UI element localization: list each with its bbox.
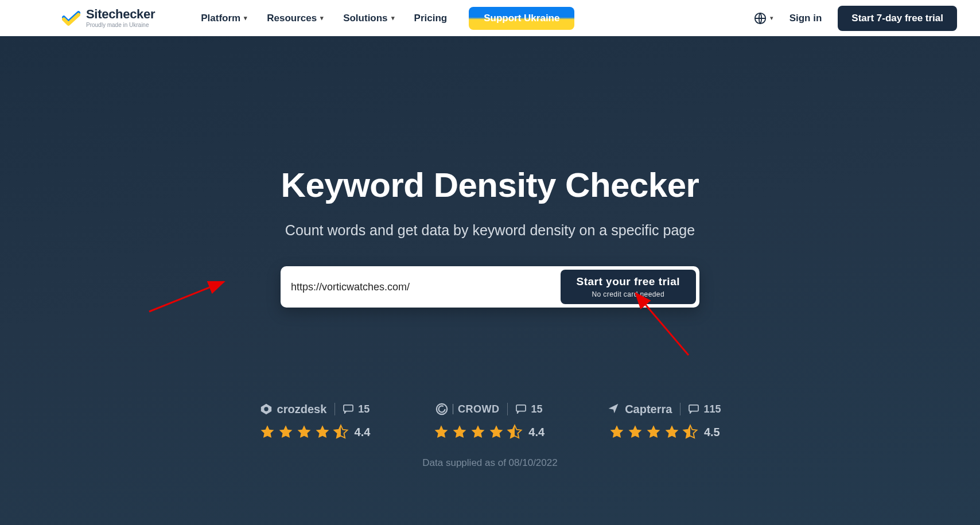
- url-input-bar: Start your free trial No credit card nee…: [281, 266, 699, 308]
- review-count: 115: [689, 403, 721, 415]
- brand-label: CROWD: [458, 403, 500, 415]
- reviews-icon: [689, 405, 699, 414]
- review-count-number: 115: [703, 403, 721, 415]
- nav-label: Solutions: [343, 13, 387, 24]
- star-icon: [609, 424, 625, 440]
- star-half-icon: [682, 424, 698, 440]
- nav-label: Pricing: [414, 13, 448, 24]
- page-title: Keyword Density Checker: [281, 165, 699, 205]
- logo-check-icon: [62, 11, 80, 26]
- svg-rect-12: [689, 405, 698, 411]
- star-half-icon: [333, 424, 349, 440]
- svg-point-6: [264, 407, 268, 411]
- brand-g2-crowd: CROWD: [435, 403, 500, 415]
- language-switcher[interactable]: ▾: [754, 12, 773, 25]
- star-icon: [314, 424, 330, 440]
- rating-g2-crowd: CROWD 15 4.4: [433, 402, 545, 440]
- g2-icon: [435, 403, 448, 415]
- review-count: 15: [343, 403, 370, 415]
- star-icon: [627, 424, 643, 440]
- data-supplied-note: Data supplied as of 08/10/2022: [422, 457, 557, 469]
- cta-subtitle: No credit card needed: [577, 290, 680, 298]
- star-icon: [452, 424, 468, 440]
- page-subtitle: Count words and get data by keyword dens…: [285, 222, 695, 239]
- start-free-trial-cta[interactable]: Start your free trial No credit card nee…: [561, 270, 697, 304]
- logo-text-block: Sitechecker Proudly made in Ukraine: [86, 8, 155, 28]
- star-half-icon: [507, 424, 523, 440]
- reviews-icon: [516, 405, 526, 414]
- chevron-down-icon: ▾: [244, 14, 247, 22]
- logo[interactable]: Sitechecker Proudly made in Ukraine: [62, 8, 155, 28]
- rating-score: 4.5: [704, 426, 720, 439]
- star-icon: [278, 424, 294, 440]
- start-trial-button[interactable]: Start 7-day free trial: [838, 6, 957, 31]
- support-ukraine-button[interactable]: Support Ukraine: [469, 7, 574, 30]
- star-icon: [645, 424, 662, 440]
- svg-line-2: [149, 282, 224, 312]
- cta-title: Start your free trial: [577, 275, 680, 288]
- star-icon: [664, 424, 680, 440]
- nav-item-platform[interactable]: Platform ▾: [201, 13, 247, 24]
- brand-label: Capterra: [625, 403, 672, 416]
- logo-subtitle: Proudly made in Ukraine: [86, 22, 155, 28]
- brand-capterra: Capterra: [608, 403, 672, 416]
- stars: [259, 424, 349, 440]
- stars: [609, 424, 698, 440]
- logo-title: Sitechecker: [86, 8, 155, 21]
- nav-label: Platform: [201, 13, 240, 24]
- top-header: Sitechecker Proudly made in Ukraine Plat…: [0, 0, 980, 36]
- hero: Keyword Density Checker Count words and …: [0, 36, 980, 525]
- review-count-number: 15: [531, 403, 542, 415]
- divider: [680, 403, 680, 415]
- divider: [507, 403, 508, 415]
- star-icon: [259, 424, 275, 440]
- rating-score: 4.4: [528, 426, 545, 439]
- brand-divider: [453, 404, 453, 414]
- star-icon: [488, 424, 504, 440]
- capterra-icon: [608, 403, 620, 415]
- annotation-arrow-left: [149, 278, 235, 315]
- star-icon: [470, 424, 486, 440]
- review-count-number: 15: [358, 403, 370, 415]
- chevron-down-icon: ▾: [770, 14, 773, 22]
- brand-crozdesk: crozdesk: [260, 403, 327, 416]
- sign-in-link[interactable]: Sign in: [790, 13, 822, 24]
- svg-rect-10: [516, 405, 526, 411]
- nav-label: Resources: [267, 13, 317, 24]
- rating-crozdesk: crozdesk 15 4.4: [259, 402, 371, 440]
- divider: [335, 403, 335, 415]
- url-input[interactable]: [291, 275, 561, 299]
- review-count: 15: [516, 403, 542, 415]
- chevron-down-icon: ▾: [320, 14, 324, 22]
- nav-item-resources[interactable]: Resources ▾: [267, 13, 324, 24]
- reviews-icon: [343, 405, 353, 414]
- nav-item-pricing[interactable]: Pricing: [414, 13, 448, 24]
- rating-capterra: Capterra 115 4.5: [608, 402, 721, 440]
- globe-icon: [754, 12, 767, 25]
- chevron-down-icon: ▾: [391, 14, 395, 22]
- svg-rect-7: [344, 405, 353, 411]
- header-right: ▾ Sign in Start 7-day free trial: [754, 6, 957, 31]
- star-icon: [296, 424, 312, 440]
- star-icon: [433, 424, 449, 440]
- crozdesk-icon: [260, 403, 273, 415]
- brand-label: crozdesk: [277, 403, 327, 416]
- nav-item-solutions[interactable]: Solutions ▾: [343, 13, 394, 24]
- main-nav: Platform ▾ Resources ▾ Solutions ▾ Prici…: [201, 13, 447, 24]
- ratings-row: crozdesk 15 4.4: [259, 402, 721, 440]
- rating-score: 4.4: [355, 426, 371, 439]
- stars: [433, 424, 523, 440]
